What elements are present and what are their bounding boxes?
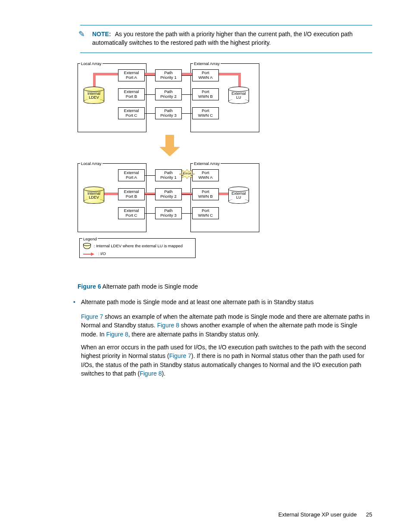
- cylinder-external-lu-top: External LU: [228, 87, 249, 104]
- note-block: ✎ NOTE: As you restore the path with a p…: [80, 25, 372, 53]
- cell-ext-port-b-bottom: External Port B: [118, 188, 145, 200]
- cell-ext-port-c-bottom: External Port C: [118, 207, 145, 219]
- label-local-array-bottom: Local Array: [80, 161, 103, 167]
- legend-io-arrow-icon: [83, 252, 95, 256]
- cell-ext-port-c-top: External Port C: [118, 107, 145, 119]
- cell-path3-bottom: Path Priority 3: [155, 207, 182, 219]
- cell-wwn-b-top: Port WWN B: [192, 88, 219, 100]
- cell-path2-bottom: Path Priority 2: [155, 188, 182, 200]
- bullet-list: Alternate path mode is Single mode and a…: [73, 298, 372, 306]
- cell-ext-port-a-bottom: External Port A: [118, 169, 145, 181]
- figure-label: Figure 6: [78, 283, 101, 290]
- cell-path2-top: Path Priority 2: [155, 88, 182, 100]
- page-number: 25: [366, 511, 372, 518]
- legend-cylinder-icon: [83, 243, 91, 249]
- xref-figure-8[interactable]: Figure 8: [106, 331, 128, 338]
- cell-path1-top: Path Priority 1: [155, 69, 182, 81]
- cylinder-external-lu-bottom: External LU: [228, 187, 249, 204]
- cell-wwn-a-top: Port WWN A: [192, 69, 219, 81]
- cell-ext-port-a-top: External Port A: [118, 69, 145, 81]
- figure-caption-text: Alternate path mode is Single mode: [103, 283, 198, 290]
- legend-item-io: : I/O: [98, 251, 106, 256]
- bullet-item-1: Alternate path mode is Single mode and a…: [73, 298, 372, 306]
- xref-figure-8[interactable]: Figure 8: [157, 322, 179, 329]
- legend-title: Legend: [82, 236, 98, 242]
- footer-title: External Storage XP user guide: [278, 511, 357, 518]
- figure-caption: Figure 6 Alternate path mode is Single m…: [78, 282, 372, 291]
- paragraph-1: Figure 7 shows an example of when the al…: [81, 312, 372, 339]
- cell-wwn-c-top: Port WWN C: [192, 107, 219, 119]
- cell-ext-port-b-top: External Port B: [118, 88, 145, 100]
- xref-figure-7[interactable]: Figure 7: [81, 313, 103, 320]
- figure-diagram: Local Array External Array External Port…: [78, 61, 263, 280]
- cell-path1-bottom: Path Priority 1: [155, 169, 182, 181]
- legend-item-ldev: : Internal LDEV where the external LU is…: [94, 243, 183, 248]
- label-local-array-top: Local Array: [80, 61, 103, 67]
- note-icon: ✎: [78, 30, 85, 38]
- note-text: As you restore the path with a priority …: [92, 31, 352, 46]
- cell-wwn-c-bottom: Port WWN C: [192, 207, 219, 219]
- legend-box: Legend : Internal LDEV where the externa…: [79, 238, 196, 258]
- label-external-array-bottom: External Array: [193, 161, 221, 167]
- paragraph-2: When an error occurs in the path used fo…: [81, 343, 372, 378]
- cylinder-internal-ldev-top: Internal LDEV: [84, 87, 104, 104]
- error-burst-icon: Error: [179, 169, 195, 179]
- note-label: NOTE:: [92, 31, 111, 37]
- cell-wwn-a-bottom: Port WWN A: [192, 169, 219, 181]
- page-footer: External Storage XP user guide 25: [278, 511, 372, 519]
- label-external-array-top: External Array: [193, 61, 221, 67]
- xref-figure-7[interactable]: Figure 7: [169, 352, 191, 359]
- cell-path3-top: Path Priority 3: [155, 107, 182, 119]
- cell-wwn-b-bottom: Port WWN B: [192, 188, 219, 200]
- cylinder-internal-ldev-bottom: Internal LDEV: [84, 187, 104, 204]
- xref-figure-8[interactable]: Figure 8: [140, 370, 162, 377]
